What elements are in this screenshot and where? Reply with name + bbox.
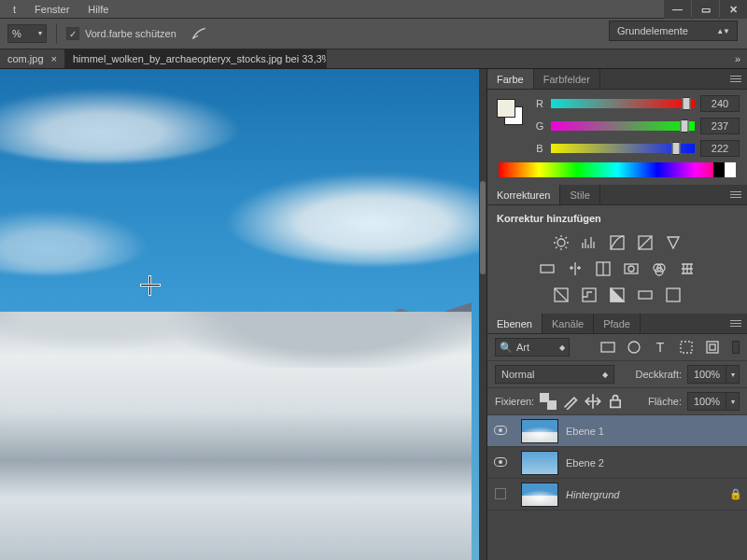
layer-list: Ebene 1 Ebene 2 Hintergrund 🔒 [487, 415, 747, 511]
exposure-icon[interactable] [637, 234, 654, 251]
protect-foreground-checkbox[interactable]: ✓ [66, 27, 79, 40]
menu-item-cut[interactable]: t [4, 4, 25, 15]
filter-pixel-icon[interactable] [599, 339, 616, 356]
tab-farbfelder[interactable]: Farbfelder [534, 69, 600, 89]
fill-label: Fläche: [648, 396, 682, 407]
panel-menu-icon[interactable] [728, 317, 743, 329]
vertical-scrollbar[interactable] [479, 69, 486, 560]
filter-smart-icon[interactable] [704, 339, 721, 356]
airbrush-icon[interactable] [190, 24, 208, 43]
r-value[interactable]: 240 [700, 95, 740, 112]
canvas-area[interactable] [0, 69, 486, 560]
svg-rect-1 [611, 236, 624, 249]
photo-filter-icon[interactable] [623, 260, 640, 277]
lock-pixels-icon[interactable] [562, 393, 579, 410]
document-tab[interactable]: com.jpg× [0, 49, 65, 68]
svg-point-0 [557, 239, 565, 246]
r-label: R [534, 98, 545, 109]
document-tab-bar: com.jpg× himmel_wolken_by_archaeopteryx_… [0, 49, 747, 69]
color-spectrum[interactable] [499, 162, 736, 177]
brightness-contrast-icon[interactable] [553, 234, 570, 251]
lock-label: Fixieren: [495, 396, 534, 407]
opacity-stepper[interactable]: ▾ [726, 365, 740, 384]
svg-rect-15 [601, 343, 614, 352]
adjustments-panel: Korrektur hinzufügen [487, 205, 747, 314]
layer-filter-dropdown[interactable]: 🔍Art◆ [495, 338, 570, 357]
selective-color-icon[interactable] [665, 287, 682, 303]
posterize-icon[interactable] [581, 287, 598, 303]
svg-rect-17 [681, 342, 692, 353]
filter-toggle[interactable] [732, 341, 740, 354]
document-tab[interactable]: himmel_wolken_by_archaeopteryx_stocks.jp… [65, 49, 327, 68]
channel-mixer-icon[interactable] [651, 260, 668, 277]
fill-stepper[interactable]: ▾ [726, 392, 740, 411]
color-balance-icon[interactable] [567, 260, 584, 277]
layer-row[interactable]: Ebene 2 [487, 447, 747, 479]
foreground-swatch[interactable] [497, 99, 515, 118]
adjustments-title: Korrektur hinzufügen [495, 211, 740, 230]
opacity-label: Deckkraft: [635, 369, 682, 380]
tab-farbe[interactable]: Farbe [487, 69, 534, 89]
b-value[interactable]: 222 [700, 140, 740, 157]
layer-thumbnail[interactable] [521, 451, 558, 475]
window-close-button[interactable]: ✕ [720, 0, 747, 19]
tab-kanaele[interactable]: Kanäle [543, 314, 594, 333]
hue-saturation-icon[interactable] [539, 260, 556, 277]
filter-shape-icon[interactable] [678, 339, 695, 356]
protect-foreground-label: Vord.farbe schützen [85, 28, 176, 39]
layer-row[interactable]: Hintergrund 🔒 [487, 479, 747, 511]
levels-icon[interactable] [581, 234, 598, 251]
g-value[interactable]: 237 [700, 118, 740, 134]
invert-icon[interactable] [553, 287, 570, 303]
tab-ebenen[interactable]: Ebenen [487, 314, 543, 333]
fill-value[interactable]: 100% [687, 392, 726, 411]
b-slider[interactable] [551, 144, 695, 153]
curves-icon[interactable] [609, 234, 626, 251]
tab-stile[interactable]: Stile [560, 185, 599, 204]
layer-thumbnail[interactable] [521, 483, 558, 507]
layer-name[interactable]: Hintergrund [566, 489, 725, 500]
filter-adjustment-icon[interactable] [626, 339, 642, 356]
lock-position-icon[interactable] [585, 393, 601, 410]
vibrance-icon[interactable] [665, 234, 682, 251]
blend-mode-dropdown[interactable]: Normal◆ [495, 365, 614, 384]
window-maximize-button[interactable]: ▭ [692, 0, 719, 19]
color-lookup-icon[interactable] [679, 260, 696, 277]
menu-item-fenster[interactable]: Fenster [25, 4, 78, 15]
g-label: G [534, 120, 545, 132]
filter-type-icon[interactable]: T [652, 339, 669, 356]
lock-transparent-icon[interactable] [540, 393, 557, 410]
gradient-map-icon[interactable] [637, 287, 654, 303]
svg-point-6 [628, 266, 634, 272]
layer-name[interactable]: Ebene 2 [566, 457, 747, 469]
g-slider[interactable] [551, 121, 695, 131]
tab-close-icon[interactable]: × [51, 53, 57, 64]
panel-menu-icon[interactable] [728, 73, 743, 84]
lock-all-icon[interactable] [607, 393, 624, 410]
eye-icon [494, 426, 507, 435]
panel-menu-icon[interactable] [728, 189, 743, 200]
layer-row[interactable]: Ebene 1 [487, 415, 747, 447]
menu-bar: t Fenster Hilfe — ▭ ✕ [0, 0, 747, 19]
layer-name[interactable]: Ebene 1 [566, 426, 747, 437]
visibility-toggle[interactable] [487, 457, 514, 469]
window-minimize-button[interactable]: — [664, 0, 691, 19]
menu-item-hilfe[interactable]: Hilfe [78, 4, 118, 15]
tab-pfade[interactable]: Pfade [594, 314, 641, 333]
r-slider[interactable] [551, 99, 695, 108]
layer-thumbnail[interactable] [521, 419, 558, 443]
visibility-toggle[interactable] [487, 426, 514, 437]
svg-rect-19 [710, 344, 715, 350]
search-icon: 🔍 [500, 342, 513, 354]
black-white-icon[interactable] [595, 260, 612, 277]
opacity-value[interactable]: 100% [687, 365, 726, 384]
layers-panel: 🔍Art◆ T Normal◆ Deckkraft: 100%▾ Fixiere… [487, 334, 747, 511]
visibility-toggle[interactable] [487, 488, 514, 501]
option-percent-field[interactable]: %▾ [7, 24, 47, 43]
tab-korrekturen[interactable]: Korrekturen [487, 185, 560, 204]
svg-rect-14 [667, 288, 680, 301]
svg-rect-13 [639, 291, 652, 299]
threshold-icon[interactable] [609, 287, 626, 303]
workspace-dropdown[interactable]: Grundelemente▲▼ [609, 21, 738, 41]
tab-overflow-icon[interactable]: » [728, 49, 747, 68]
